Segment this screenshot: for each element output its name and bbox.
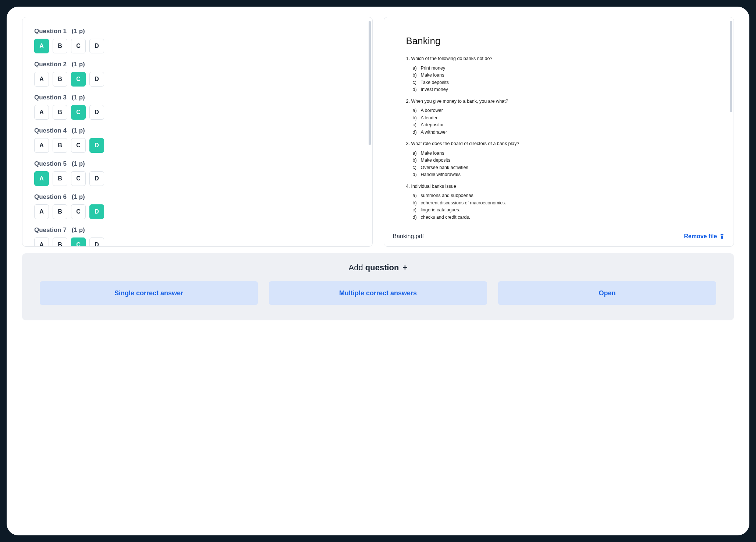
option-button-c[interactable]: C [71,105,86,120]
option-button-c[interactable]: C [71,138,86,153]
doc-option: d)checks and credit cards. [413,214,712,221]
option-button-c[interactable]: C [71,72,86,87]
remove-file-label: Remove file [684,233,717,240]
option-row: ABCD [34,237,361,246]
doc-question-text: 2. When you give money to a bank, you ar… [406,98,712,105]
question-label: Question 3 [34,94,67,101]
question-block: Question 4(1 p)ABCD [34,127,361,153]
question-block: Question 7(1 p)ABCD [34,226,361,246]
question-points: (1 p) [72,94,85,101]
doc-question: 3. What role does the board of directors… [406,141,712,178]
question-label: Question 1 [34,28,67,35]
option-button-a[interactable]: A [34,204,49,219]
add-question-section: Add question + Single correct answerMult… [22,253,734,320]
add-question-bold: question [365,263,399,272]
option-button-a[interactable]: A [34,105,49,120]
option-button-a[interactable]: A [34,138,49,153]
question-block: Question 1(1 p)ABCD [34,28,361,53]
option-button-d[interactable]: D [89,105,104,120]
panels-row: Question 1(1 p)ABCDQuestion 2(1 p)ABCDQu… [22,17,734,247]
question-type-button[interactable]: Multiple correct answers [269,281,487,305]
document-filename: Banking.pdf [393,233,424,240]
question-header: Question 7(1 p) [34,226,361,234]
question-type-button[interactable]: Open [498,281,716,305]
doc-option: c)lingerie catalogues. [413,207,712,214]
doc-option: c)Oversee bank activities [413,165,712,171]
option-button-b[interactable]: B [53,171,67,186]
option-button-d[interactable]: D [89,72,104,87]
question-label: Question 4 [34,127,67,134]
doc-question-text: 1. Which of the following do banks not d… [406,56,712,62]
option-button-c[interactable]: C [71,171,86,186]
option-button-d[interactable]: D [89,39,104,53]
question-header: Question 5(1 p) [34,160,361,168]
doc-question: 2. When you give money to a bank, you ar… [406,98,712,136]
add-question-prefix: Add [349,263,365,272]
question-block: Question 6(1 p)ABCD [34,193,361,219]
document-scrollbar-thumb[interactable] [730,21,732,112]
option-button-c[interactable]: C [71,204,86,219]
option-button-a[interactable]: A [34,39,49,53]
option-button-b[interactable]: B [53,105,67,120]
doc-option: a)summons and subpoenas. [413,193,712,199]
question-header: Question 4(1 p) [34,127,361,134]
question-type-row: Single correct answerMultiple correct an… [40,281,716,305]
remove-file-button[interactable]: Remove file [684,233,725,240]
doc-question-text: 3. What role does the board of directors… [406,141,712,147]
option-button-a[interactable]: A [34,72,49,87]
option-button-b[interactable]: B [53,72,67,87]
doc-option: d)A withdrawer [413,129,712,136]
document-content: Banking 1. Which of the following do ban… [384,17,734,226]
option-button-b[interactable]: B [53,204,67,219]
doc-question: 1. Which of the following do banks not d… [406,56,712,93]
option-button-b[interactable]: B [53,39,67,53]
option-button-b[interactable]: B [53,138,67,153]
question-header: Question 1(1 p) [34,28,361,35]
option-row: ABCD [34,204,361,219]
doc-option: a)Make loans [413,150,712,157]
doc-options: a)summons and subpoenas.b)coherent discu… [406,193,712,221]
answer-key-scrollbar-thumb[interactable] [369,21,371,145]
doc-option: b)Make deposits [413,157,712,164]
option-button-c[interactable]: C [71,39,86,53]
option-button-a[interactable]: A [34,171,49,186]
question-points: (1 p) [72,127,85,134]
doc-option: b)coherent discussions of macroeconomics… [413,200,712,207]
add-question-header: Add question + [40,263,716,272]
doc-question-text: 4. Individual banks issue [406,183,712,190]
doc-option: a)A borrower [413,108,712,114]
question-header: Question 3(1 p) [34,94,361,101]
question-label: Question 5 [34,160,67,168]
answer-key-scrollbar-track [369,21,371,228]
doc-option: c)A depositor [413,122,712,129]
question-points: (1 p) [72,160,85,168]
doc-option: a)Print money [413,65,712,72]
option-row: ABCD [34,72,361,87]
doc-option: d)Invest money [413,87,712,93]
answer-key-panel: Question 1(1 p)ABCDQuestion 2(1 p)ABCDQu… [22,17,373,247]
plus-icon: + [403,263,408,272]
document-footer: Banking.pdf Remove file [384,226,734,246]
option-button-a[interactable]: A [34,237,49,246]
question-header: Question 6(1 p) [34,193,361,201]
answer-key-content: Question 1(1 p)ABCDQuestion 2(1 p)ABCDQu… [22,17,372,246]
document-panel-inner: Banking 1. Which of the following do ban… [384,17,734,246]
option-button-d[interactable]: D [89,237,104,246]
document-title: Banking [406,34,712,47]
doc-options: a)A borrowerb)A lenderc)A depositord)A w… [406,108,712,136]
option-button-c[interactable]: C [71,237,86,246]
option-button-b[interactable]: B [53,237,67,246]
question-block: Question 3(1 p)ABCD [34,94,361,120]
trash-icon [719,233,725,239]
question-block: Question 5(1 p)ABCD [34,160,361,186]
question-label: Question 2 [34,61,67,68]
question-points: (1 p) [72,226,85,234]
question-type-button[interactable]: Single correct answer [40,281,258,305]
option-row: ABCD [34,138,361,153]
option-button-d[interactable]: D [89,138,104,153]
doc-question: 4. Individual banks issuea)summons and s… [406,183,712,221]
question-label: Question 7 [34,226,67,234]
option-button-d[interactable]: D [89,171,104,186]
document-panel: Banking 1. Which of the following do ban… [384,17,734,247]
option-button-d[interactable]: D [89,204,104,219]
